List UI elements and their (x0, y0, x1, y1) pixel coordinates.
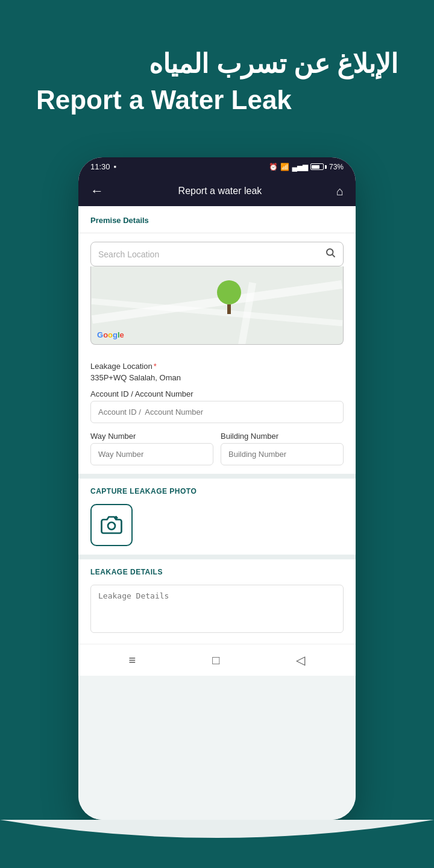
notification-icon: ▪ (114, 162, 117, 171)
capture-section: CAPTURE LEAKAGE PHOTO (78, 479, 356, 555)
building-number-input[interactable] (221, 443, 344, 465)
building-number-field: Building Number (221, 432, 344, 465)
arabic-title: الإبلاغ عن تسرب المياه (36, 48, 398, 79)
wifi-icon: 📶 (280, 163, 289, 171)
time-display: 11:30 (90, 162, 110, 171)
english-title: Report a Water Leak (36, 85, 398, 115)
phone-mockup: 11:30 ▪ ⏰ 📶 ▄▅▆ 73% ← Report a water lea… (78, 157, 356, 820)
battery-icon (310, 163, 327, 170)
google-logo: Google (97, 330, 124, 339)
svg-line-1 (332, 254, 335, 257)
search-box[interactable]: Search Location (90, 242, 344, 266)
home-button[interactable]: ⌂ (336, 184, 344, 198)
svg-point-2 (108, 523, 115, 530)
leakage-details-title: LEAKAGE DETAILS (90, 568, 344, 576)
bottom-area (0, 820, 434, 868)
leakage-location-value: 335P+WQ Salalah, Oman (90, 373, 344, 382)
map-container: Search Location (78, 233, 356, 353)
signal-icon: ▄▅▆ (292, 163, 308, 171)
account-id-label: Account ID / Account Number (90, 389, 344, 398)
status-right: ⏰ 📶 ▄▅▆ 73% (269, 163, 344, 171)
menu-icon[interactable]: ≡ (129, 653, 136, 667)
top-section: الإبلاغ عن تسرب المياه Report a Water Le… (0, 0, 434, 139)
account-id-input[interactable] (90, 401, 344, 423)
back-button[interactable]: ← (90, 183, 104, 199)
building-number-label: Building Number (221, 432, 344, 441)
leakage-location-label: Leakage Location* (90, 362, 344, 371)
content-area: Premise Details Search Location (78, 206, 356, 820)
back-nav-icon[interactable]: ◁ (296, 653, 305, 667)
way-number-label: Way Number (90, 432, 213, 441)
search-input[interactable]: Search Location (98, 250, 325, 259)
map-tree (217, 280, 241, 314)
status-bar: 11:30 ▪ ⏰ 📶 ▄▅▆ 73% (78, 157, 356, 176)
square-icon[interactable]: □ (212, 653, 219, 667)
status-left: 11:30 ▪ (90, 162, 116, 171)
battery-percent: 73% (329, 163, 344, 171)
section-header: Premise Details (78, 206, 356, 233)
divider-2 (78, 555, 356, 559)
map-area: Google (90, 266, 344, 345)
nav-bar: ← Report a water leak ⌂ (78, 176, 356, 206)
alarm-icon: ⏰ (269, 163, 278, 171)
form-fields: Leakage Location* 335P+WQ Salalah, Oman … (78, 353, 356, 474)
section-title: Premise Details (90, 216, 149, 225)
way-number-input[interactable] (90, 443, 213, 465)
camera-add-button[interactable] (90, 504, 133, 546)
row-inputs: Way Number Building Number (90, 432, 344, 465)
divider-1 (78, 474, 356, 479)
bottom-navigation: ≡ □ ◁ (78, 644, 356, 676)
nav-title: Report a water leak (178, 186, 262, 197)
leakage-details-section: LEAKAGE DETAILS (78, 559, 356, 644)
search-icon[interactable] (325, 247, 336, 261)
svg-point-0 (327, 249, 333, 256)
phone-wrapper: 11:30 ▪ ⏰ 📶 ▄▅▆ 73% ← Report a water lea… (0, 139, 434, 820)
way-number-field: Way Number (90, 432, 213, 465)
capture-title: CAPTURE LEAKAGE PHOTO (90, 487, 344, 495)
leakage-details-textarea[interactable] (90, 585, 344, 633)
